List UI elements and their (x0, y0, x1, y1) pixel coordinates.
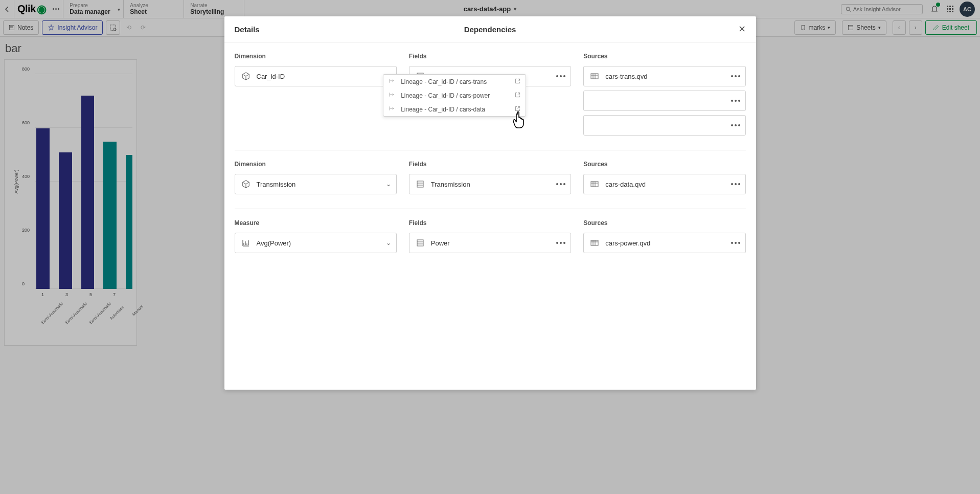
cube-icon (240, 178, 252, 190)
dimension-value: Transmission (257, 181, 296, 188)
field-menu-button[interactable] (556, 242, 565, 244)
external-link-icon (515, 92, 520, 99)
source-card-extra-1[interactable] (583, 91, 745, 111)
field-icon (415, 237, 426, 249)
external-link-icon (515, 78, 520, 85)
source-value: cars-power.qvd (605, 239, 650, 247)
lineage-icon (389, 92, 397, 99)
source-value: cars-data.qvd (605, 181, 646, 188)
modal-header: Details Dependencies ✕ (224, 16, 756, 42)
source-menu-button[interactable] (731, 183, 740, 185)
cube-icon (240, 71, 252, 82)
dependency-section-3: Measure Avg(Power) ⌄ Fields Power (235, 209, 746, 267)
table-icon (589, 237, 600, 249)
close-button[interactable]: ✕ (738, 24, 746, 35)
dimension-card-transmission[interactable]: Transmission ⌄ (235, 174, 397, 194)
dimension-card-car-id[interactable]: Car_id-ID ⌄ (235, 66, 397, 86)
fields-label: Fields (409, 219, 571, 227)
dependency-section-2: Dimension Transmission ⌄ Fields Transmis… (235, 150, 746, 209)
source-menu-button[interactable] (731, 124, 740, 126)
sources-label: Sources (583, 161, 745, 168)
chevron-down-icon: ⌄ (386, 181, 391, 188)
chevron-down-icon: ⌄ (386, 239, 391, 246)
fields-label: Fields (409, 53, 571, 60)
modal-title-dependencies: Dependencies (464, 25, 516, 34)
fields-label: Fields (409, 161, 571, 168)
lineage-item-data[interactable]: Lineage - Car_id-ID / cars-data (383, 102, 526, 116)
source-card-extra-2[interactable] (583, 115, 745, 136)
field-value: Power (431, 239, 450, 247)
modal-title-details: Details (235, 25, 260, 34)
dimension-label: Dimension (235, 53, 397, 60)
measure-value: Avg(Power) (257, 239, 291, 247)
table-icon (589, 71, 600, 82)
details-modal: Details Dependencies ✕ Dimension Car_id-… (224, 16, 756, 390)
lineage-text: Lineage - Car_id-ID / cars-trans (401, 78, 487, 85)
field-card-power[interactable]: Power (409, 233, 571, 253)
lineage-icon (389, 105, 397, 113)
measure-card-avg-power[interactable]: Avg(Power) ⌄ (235, 233, 397, 253)
source-menu-button[interactable] (731, 75, 740, 77)
source-card-cars-power[interactable]: cars-power.qvd (583, 233, 745, 253)
lineage-item-trans[interactable]: Lineage - Car_id-ID / cars-trans (383, 75, 526, 88)
dimension-value: Car_id-ID (257, 73, 285, 80)
field-value: Transmission (431, 181, 470, 188)
field-card-transmission[interactable]: Transmission (409, 174, 571, 194)
field-menu-button[interactable] (556, 75, 565, 77)
lineage-text: Lineage - Car_id-ID / cars-data (401, 106, 485, 113)
source-menu-button[interactable] (731, 100, 740, 102)
table-icon (589, 178, 600, 190)
source-value: cars-trans.qvd (605, 73, 647, 80)
svg-rect-25 (417, 181, 423, 187)
svg-rect-28 (591, 182, 598, 187)
sources-label: Sources (583, 219, 745, 227)
dimension-label: Dimension (235, 161, 397, 168)
field-icon (415, 178, 426, 190)
dependency-section-1: Dimension Car_id-ID ⌄ Fields Car_id-ID (235, 42, 746, 150)
lineage-item-power[interactable]: Lineage - Car_id-ID / cars-power (383, 88, 526, 102)
measure-label: Measure (235, 219, 397, 227)
measure-icon (240, 237, 252, 249)
source-menu-button[interactable] (731, 242, 740, 244)
field-menu-button[interactable] (556, 183, 565, 185)
source-card-cars-trans[interactable]: cars-trans.qvd (583, 66, 745, 86)
svg-rect-21 (591, 74, 598, 79)
lineage-text: Lineage - Car_id-ID / cars-power (401, 92, 490, 99)
svg-rect-32 (417, 240, 423, 246)
source-card-cars-data[interactable]: cars-data.qvd (583, 174, 745, 194)
lineage-popup: Lineage - Car_id-ID / cars-trans Lineage… (383, 74, 526, 117)
svg-rect-35 (591, 240, 598, 245)
external-link-icon (515, 106, 520, 113)
lineage-icon (389, 78, 397, 85)
sources-label: Sources (583, 53, 745, 60)
modal-body: Dimension Car_id-ID ⌄ Fields Car_id-ID (224, 42, 756, 390)
